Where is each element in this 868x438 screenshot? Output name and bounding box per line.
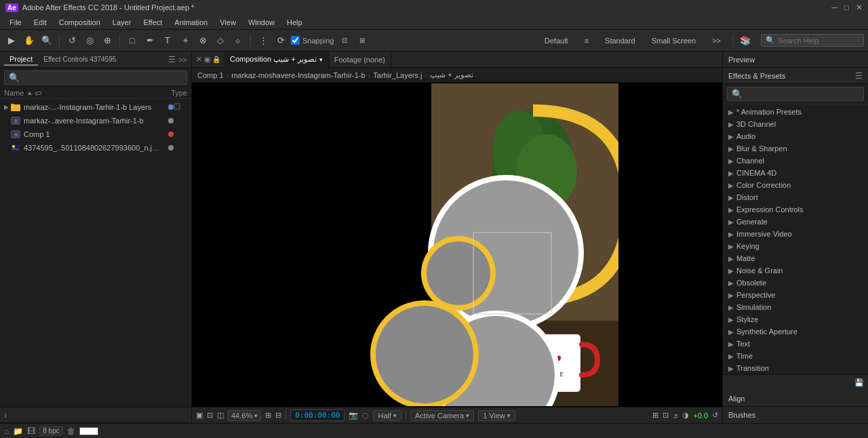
pan-tool[interactable]: ⊕: [100, 33, 115, 48]
effect-channel[interactable]: ▶ Channel: [723, 155, 868, 167]
camera-selector[interactable]: Active Camera ▾: [410, 410, 474, 421]
workspace-more[interactable]: >>: [705, 35, 728, 46]
menu-animation[interactable]: Animation: [169, 17, 213, 28]
pen-tool[interactable]: ✒: [142, 33, 157, 48]
comp-tab-main[interactable]: Composition تصویر + شیپ ▾: [224, 52, 329, 68]
tab-lock[interactable]: 🔒: [212, 56, 220, 63]
effect-animation-presets[interactable]: ▶ * Animation Presets: [723, 106, 868, 118]
effects-save-icon[interactable]: 💾: [854, 378, 864, 387]
motion-blur-icon[interactable]: ◌: [362, 411, 369, 420]
color-box[interactable]: [79, 427, 98, 435]
effect-matte[interactable]: ▶ Matte: [723, 252, 868, 264]
fast-preview-icon[interactable]: ⊡: [663, 411, 669, 420]
motion-tool[interactable]: ⟳: [273, 33, 288, 48]
effects-search-input[interactable]: [727, 87, 864, 101]
effect-expression-controls[interactable]: ▶ Expression Controls: [723, 203, 868, 216]
exposure-icon[interactable]: ◑: [682, 411, 689, 420]
menu-effect[interactable]: Effect: [138, 17, 167, 28]
tab-close-all[interactable]: ✕: [196, 55, 202, 64]
views-selector[interactable]: 1 View ▾: [478, 410, 515, 421]
breadcrumb-item-3[interactable]: Tarhir_Layers j: [373, 71, 422, 79]
rect-tool[interactable]: □: [125, 33, 140, 48]
folder-icon[interactable]: 📁: [13, 426, 23, 436]
workspace-standard[interactable]: Standard: [598, 35, 642, 46]
effect-simulation[interactable]: ▶ Simulation: [723, 301, 868, 313]
puppet-tool[interactable]: ⟐: [231, 33, 245, 48]
menu-file[interactable]: File: [4, 17, 27, 28]
fit-icon[interactable]: ⊞: [265, 411, 271, 420]
timecode-display[interactable]: 0:00:00:00: [290, 410, 344, 421]
effect-stylize[interactable]: ▶ Stylize: [723, 313, 868, 325]
menu-composition[interactable]: Composition: [54, 17, 106, 28]
brush-tool[interactable]: ⌖: [178, 33, 193, 48]
workspace-menu[interactable]: ≡: [578, 35, 595, 46]
effect-obsolete[interactable]: ▶ Obsolete: [723, 277, 868, 289]
panel-menu-button[interactable]: ☰: [168, 55, 176, 64]
grid-icon[interactable]: ⊟: [275, 411, 281, 420]
transparency-icon[interactable]: ◫: [217, 411, 224, 420]
snap-extra[interactable]: ⊞: [355, 33, 370, 48]
reset-exposure-icon[interactable]: ↺: [712, 411, 718, 420]
panel-expand[interactable]: >>: [178, 56, 187, 64]
zoom-selector[interactable]: 44.6% ▾: [228, 410, 261, 421]
trash-icon[interactable]: 🗑: [67, 426, 75, 436]
composition-settings-icon[interactable]: ▣: [196, 411, 203, 420]
effect-distort[interactable]: ▶ Distort: [723, 191, 868, 203]
clone-tool[interactable]: ⊗: [195, 33, 210, 48]
learn-btn[interactable]: 📚: [738, 33, 753, 48]
effects-panel-menu[interactable]: ☰: [855, 71, 863, 81]
minimize-button[interactable]: ─: [831, 3, 837, 12]
project-search-input[interactable]: [4, 71, 187, 85]
film-icon[interactable]: 🎞: [27, 426, 35, 436]
breadcrumb-item-4[interactable]: تصویر + شیپ: [430, 71, 473, 79]
camera-icon[interactable]: 📷: [349, 411, 358, 420]
camera-orbit-tool[interactable]: ◎: [82, 33, 97, 48]
list-item[interactable]: ▶ ⊞ Comp 1: [0, 127, 191, 141]
eraser-tool[interactable]: ◇: [213, 33, 228, 48]
close-button[interactable]: ✕: [856, 3, 863, 12]
zoom-tool[interactable]: 🔍: [39, 33, 54, 48]
effect-color-correction[interactable]: ▶ Color Correction: [723, 179, 868, 191]
text-tool[interactable]: T: [160, 33, 175, 48]
comp-tab-footage[interactable]: Footage (none): [329, 52, 391, 68]
effect-text[interactable]: ▶ Text: [723, 338, 868, 350]
select-tool[interactable]: ▶: [4, 33, 19, 48]
effect-audio[interactable]: ▶ Audio: [723, 130, 868, 142]
list-item[interactable]: ▶ markaz-...-Instagram-Tarhir-1-b Layers: [0, 100, 191, 114]
effect-synthetic-aperture[interactable]: ▶ Synthetic Aperture: [723, 325, 868, 338]
snapping-checkbox[interactable]: [291, 36, 300, 45]
workspace-small[interactable]: Small Screen: [645, 35, 703, 46]
list-item[interactable]: ▶ ⊞ markaz-..avere-Instagram-Tarhir-1-b: [0, 114, 191, 127]
effect-cinema4d[interactable]: ▶ CINEMA 4D: [723, 167, 868, 179]
quality-selector[interactable]: Half ▾: [373, 410, 401, 421]
effect-3d-channel[interactable]: ▶ 3D Channel: [723, 118, 868, 130]
breadcrumb-item-1[interactable]: Comp 1: [197, 71, 224, 79]
bpc-badge[interactable]: 8 bpc: [39, 426, 62, 435]
effect-keying[interactable]: ▶ Keying: [723, 240, 868, 252]
maximize-button[interactable]: □: [844, 3, 849, 12]
effect-immersive-video[interactable]: ▶ Immersive Video: [723, 228, 868, 240]
align-tool[interactable]: ⋮: [256, 33, 271, 48]
menu-edit[interactable]: Edit: [28, 17, 52, 28]
effect-time[interactable]: ▶ Time: [723, 350, 868, 362]
menu-layer[interactable]: Layer: [107, 17, 137, 28]
home-icon[interactable]: ⌂: [4, 426, 9, 436]
effect-controls-tab[interactable]: Effect Controls 4374595.: [38, 54, 123, 64]
rotate-tool[interactable]: ↺: [64, 33, 79, 48]
preview-region-icon[interactable]: ⊡: [207, 411, 213, 420]
menu-view[interactable]: View: [214, 17, 241, 28]
menu-help[interactable]: Help: [281, 17, 308, 28]
snap-options[interactable]: ⊡: [337, 33, 352, 48]
audio-on-icon[interactable]: ♬: [673, 412, 678, 420]
search-input[interactable]: [778, 37, 859, 45]
project-tab[interactable]: Project: [4, 54, 38, 66]
effect-perspective[interactable]: ▶ Perspective: [723, 289, 868, 301]
effect-transition[interactable]: ▶ Transition: [723, 362, 868, 374]
menu-window[interactable]: Window: [243, 17, 280, 28]
hand-tool[interactable]: ✋: [22, 33, 37, 48]
list-item[interactable]: ▶ 4374595_..5011084802627993600_n.jpg: [0, 141, 191, 155]
breadcrumb-item-2[interactable]: markaz-moshavere-Instagram-Tarhir-1-b: [231, 71, 365, 79]
render-region-icon[interactable]: ⊞: [652, 411, 658, 420]
effect-generate[interactable]: ▶ Generate: [723, 216, 868, 228]
workspace-default[interactable]: Default: [538, 35, 575, 46]
